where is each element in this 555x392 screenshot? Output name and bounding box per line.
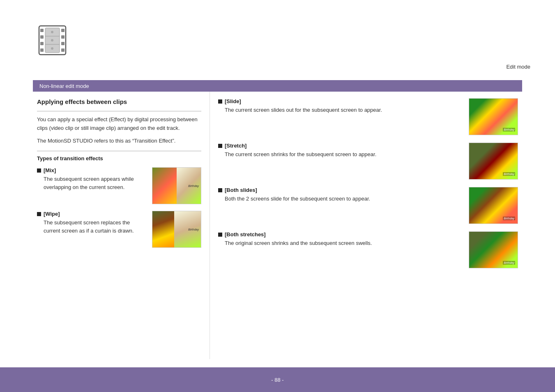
- right-column: [Slide] The current screen slides out fo…: [210, 92, 522, 359]
- effect-mix-label: [Mix]: [37, 167, 148, 173]
- thumb-slide: Birthday: [469, 98, 518, 135]
- effect-bothstretches-label: [Both stretches]: [218, 231, 465, 238]
- thumb-wipe: Birthday: [152, 211, 201, 248]
- effect-slide-desc: The current screen slides out for the su…: [218, 106, 465, 114]
- effect-bothslides-desc: Both the 2 screens slide for the subsequ…: [218, 195, 465, 203]
- svg-point-13: [51, 39, 53, 42]
- svg-rect-8: [61, 48, 64, 52]
- divider-2: [37, 151, 201, 151]
- svg-rect-4: [40, 48, 44, 52]
- effect-stretch-label: [Stretch]: [218, 143, 465, 149]
- svg-rect-1: [40, 29, 44, 32]
- svg-rect-5: [61, 29, 64, 32]
- stretch-bullet: [218, 144, 222, 148]
- effect-mix-block: [Mix] The subsequent screen appears whil…: [37, 167, 201, 204]
- effect-wipe-label: [Wipe]: [37, 211, 148, 217]
- page-wrapper: Edit mode Non-linear e: [0, 0, 555, 392]
- svg-point-14: [51, 47, 53, 50]
- effect-slide-text: [Slide] The current screen slides out fo…: [218, 98, 465, 114]
- slide-bullet: [218, 99, 222, 104]
- effect-wipe-text: [Wipe] The subsequent screen replaces th…: [37, 211, 148, 235]
- effect-bothstretches-text: [Both stretches] The original screen shr…: [218, 231, 465, 247]
- main-content: Applying effects between clips You can a…: [33, 92, 522, 359]
- svg-rect-2: [40, 35, 44, 39]
- effect-bothslides-label: [Both slides]: [218, 187, 465, 193]
- bothstretches-bullet: [218, 233, 222, 237]
- effect-bothslides-item: [Both slides] Both the 2 screens slide f…: [218, 187, 518, 224]
- thumb-mix: Birthday: [152, 167, 201, 204]
- left-column: Applying effects between clips You can a…: [33, 92, 210, 359]
- thumb-bothstretches: Birthday: [469, 231, 518, 268]
- bothslides-bullet: [218, 188, 222, 192]
- page-number: - 88 -: [271, 377, 283, 383]
- svg-point-12: [51, 31, 53, 33]
- effect-wipe-desc: The subsequent screen replaces the curre…: [37, 219, 148, 235]
- section-header-bar: Non-linear edit mode: [33, 80, 522, 92]
- svg-rect-6: [61, 35, 64, 39]
- effect-stretch-text: [Stretch] The current screen shrinks for…: [218, 143, 465, 159]
- applying-desc-2: The MotionSD STUDIO refers to this as “T…: [37, 137, 201, 145]
- edit-mode-label: Edit mode: [506, 64, 530, 70]
- thumb-bothslides: Birthday: [469, 187, 518, 224]
- effect-stretch-desc: The current screen shrinks for the subse…: [218, 150, 465, 159]
- effect-bothslides-text: [Both slides] Both the 2 screens slide f…: [218, 187, 465, 203]
- effect-mix-text: [Mix] The subsequent screen appears whil…: [37, 167, 148, 191]
- svg-rect-3: [40, 42, 44, 45]
- divider-1: [37, 111, 201, 111]
- effect-slide-item: [Slide] The current screen slides out fo…: [218, 98, 518, 135]
- filmstrip-icon: [37, 24, 68, 58]
- wipe-bullet: [37, 212, 41, 216]
- effect-slide-label: [Slide]: [218, 98, 465, 104]
- mix-bullet: [37, 168, 41, 173]
- svg-rect-7: [61, 42, 64, 45]
- effect-mix-desc: The subsequent screen appears while over…: [37, 175, 148, 191]
- effect-bothstretches-desc: The original screen shrinks and the subs…: [218, 239, 465, 247]
- effect-bothstretches-item: [Both stretches] The original screen shr…: [218, 231, 518, 268]
- effect-wipe-block: [Wipe] The subsequent screen replaces th…: [37, 211, 201, 248]
- section-header-text: Non-linear edit mode: [39, 83, 89, 89]
- effect-stretch-item: [Stretch] The current screen shrinks for…: [218, 143, 518, 180]
- bottom-bar: - 88 -: [0, 367, 555, 392]
- applying-title: Applying effects between clips: [37, 98, 201, 105]
- types-title: Types of transition effects: [37, 155, 201, 161]
- applying-desc-1: You can apply a special effect (Effect) …: [37, 115, 201, 133]
- thumb-stretch: Birthday: [469, 143, 518, 180]
